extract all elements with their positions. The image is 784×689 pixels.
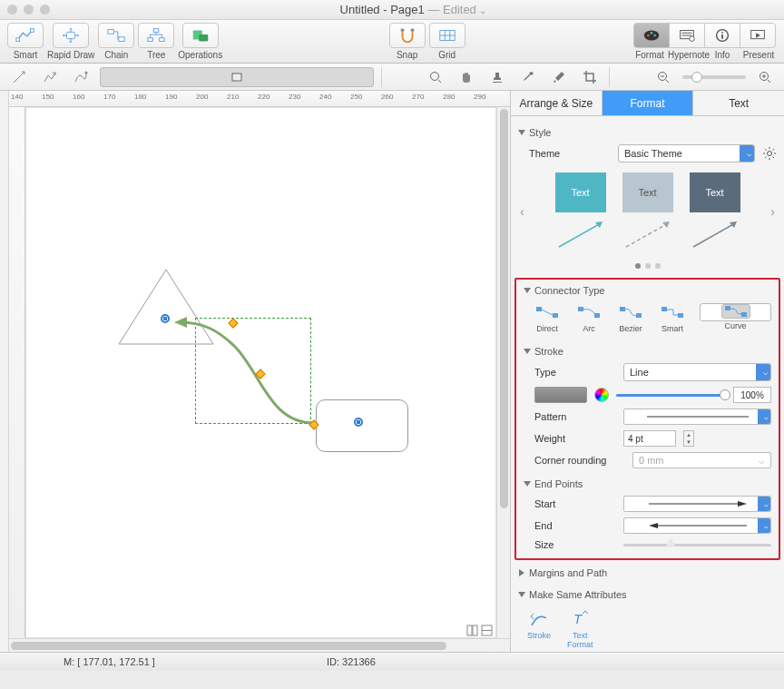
svg-rect-1 (31, 29, 34, 33)
hand-icon[interactable] (455, 67, 478, 87)
present-button[interactable] (740, 23, 776, 48)
endpoints-header[interactable]: End Points (524, 475, 771, 493)
close-icon[interactable] (7, 5, 17, 15)
end-arrow-select[interactable]: ⌵ (623, 517, 771, 534)
magnify-icon[interactable] (424, 67, 447, 87)
weight-input[interactable]: 4 pt (623, 430, 676, 447)
makesame-stroke[interactable]: Stroke (527, 609, 551, 650)
page-nav-icon[interactable] (466, 625, 478, 636)
tree-button[interactable] (138, 23, 174, 48)
style-swatch[interactable]: Text (690, 172, 740, 212)
left-gutter (0, 91, 9, 652)
svg-rect-35 (594, 313, 600, 318)
stroke-color-well[interactable] (534, 387, 587, 403)
gear-icon[interactable] (762, 146, 777, 161)
info-button[interactable] (704, 23, 740, 48)
connector-arc[interactable]: Arc (574, 303, 603, 333)
svg-point-18 (689, 36, 694, 42)
ruler-tick: 210 (227, 93, 239, 101)
rounded-rect-shape[interactable] (316, 399, 408, 452)
zoom-icon[interactable] (40, 5, 50, 15)
operations-button[interactable] (182, 23, 219, 48)
swatch-next-icon[interactable]: › (769, 204, 777, 219)
toolbar-mid-group: Snap Grid (389, 23, 466, 60)
connector-bezier[interactable]: Bezier (616, 303, 645, 333)
connector-curve[interactable] (171, 311, 325, 438)
tab-text[interactable]: Text (693, 91, 784, 115)
style-swatch[interactable]: Text (555, 172, 606, 212)
start-arrow-select[interactable]: ⌵ (623, 496, 771, 512)
stamp-icon[interactable] (485, 67, 509, 87)
horizontal-scrollbar[interactable] (9, 638, 510, 652)
rect-connection-point[interactable] (354, 418, 363, 427)
svg-text:T: T (573, 611, 583, 626)
svg-point-15 (653, 34, 656, 37)
eyedropper-icon[interactable] (516, 67, 540, 87)
inspector-panel: Arrange & Size Format Text Style Theme B… (510, 91, 784, 652)
snap-button[interactable] (389, 23, 426, 48)
opacity-slider[interactable] (616, 394, 726, 397)
svg-point-14 (650, 32, 652, 34)
smart-button[interactable] (7, 23, 44, 48)
svg-point-20 (721, 32, 723, 34)
snap-label: Snap (397, 50, 417, 60)
svg-rect-11 (410, 29, 414, 32)
ruler-tick: 180 (134, 93, 146, 101)
connector-direct[interactable]: Direct (533, 303, 562, 333)
tab-format[interactable]: Format (603, 91, 694, 115)
minimize-icon[interactable] (24, 5, 34, 15)
style-section-header[interactable]: Style (518, 123, 777, 142)
ruler-tick: 280 (443, 93, 455, 101)
tab-arrange[interactable]: Arrange & Size (511, 91, 603, 115)
svg-rect-33 (553, 313, 558, 318)
weight-stepper[interactable]: ▲▼ (683, 430, 694, 447)
zoom-out-icon[interactable] (652, 67, 675, 87)
window-controls[interactable] (7, 5, 50, 15)
grid-button[interactable] (429, 23, 466, 48)
page-fit-icon[interactable] (481, 625, 493, 636)
line-tool-icon[interactable] (7, 67, 31, 87)
style-swatch[interactable]: Text (622, 172, 673, 212)
theme-select[interactable]: Basic Theme⌵ (618, 144, 755, 162)
canvas-corner-controls (463, 623, 496, 638)
stroke-type-select[interactable]: Line⌵ (623, 363, 771, 381)
brush-icon[interactable] (547, 67, 571, 87)
chain-button[interactable] (98, 23, 134, 48)
polyline-tool-icon[interactable] (38, 67, 62, 87)
margins-header[interactable]: Margins and Path (518, 564, 777, 582)
makesame-header[interactable]: Make Same Attributes (518, 586, 777, 604)
swatch-pager[interactable] (518, 258, 777, 274)
zoom-slider[interactable] (682, 75, 746, 79)
curve-tool-icon[interactable] (69, 67, 93, 87)
connector-smart[interactable]: Smart (658, 303, 687, 333)
center-area: 1401501601701801902002102202302402502602… (9, 91, 510, 652)
crop-icon[interactable] (578, 67, 602, 87)
format-label: Format (632, 50, 668, 60)
canvas[interactable] (25, 107, 496, 638)
vertical-scrollbar[interactable] (496, 107, 510, 638)
connector-type-header[interactable]: Connector Type (524, 281, 771, 300)
makesame-text-format[interactable]: T Text Format (567, 609, 593, 650)
ruler-tick: 150 (42, 93, 54, 101)
rapid-draw-button[interactable] (53, 23, 89, 48)
hypernote-button[interactable] (669, 23, 705, 48)
end-label: End (534, 520, 616, 531)
smart-label: Smart (14, 50, 38, 60)
triangle-connection-point[interactable] (161, 314, 170, 323)
opacity-value[interactable]: 100% (733, 387, 771, 403)
window-title: Untitled - Page1 — Edited ⌄ (50, 3, 777, 16)
endpoint-size-slider[interactable] (623, 544, 771, 546)
format-panel-button[interactable] (633, 23, 670, 48)
ruler-tick: 250 (350, 93, 362, 101)
svg-rect-5 (154, 29, 160, 33)
svg-rect-0 (16, 38, 20, 42)
swatch-prev-icon[interactable]: ‹ (518, 204, 526, 219)
corner-select[interactable]: 0 mm⌵ (632, 452, 771, 468)
connector-curve[interactable]: Curve (700, 303, 771, 321)
zoom-in-icon[interactable] (753, 67, 777, 87)
stroke-header[interactable]: Stroke (524, 342, 771, 360)
color-wheel-icon[interactable] (594, 388, 609, 402)
pattern-select[interactable]: ⌵ (623, 408, 771, 425)
shape-tool-icon[interactable] (100, 67, 374, 87)
corner-label: Corner rounding (534, 455, 625, 466)
